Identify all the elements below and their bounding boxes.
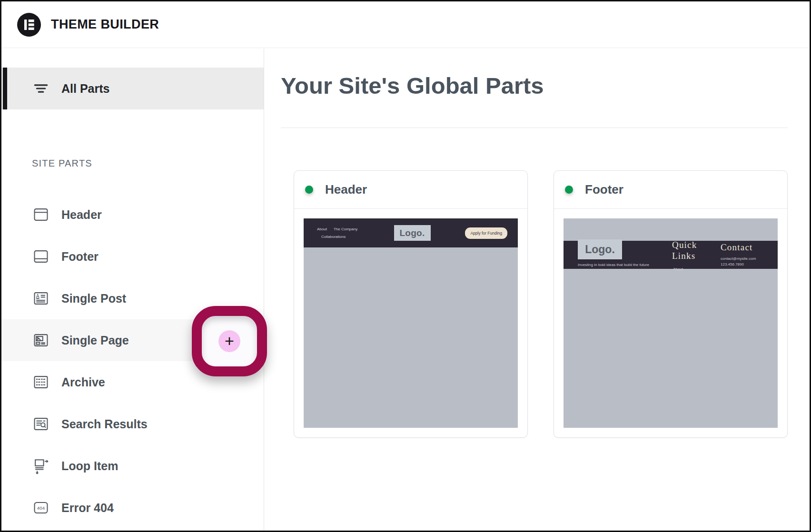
footer-preview-thumbnail[interactable]: Logo. Investing in bold ideas that build… [564, 218, 778, 428]
preview-quick-links-title: Quick Links [672, 240, 715, 262]
status-dot-green [305, 186, 313, 194]
plus-icon: + [225, 333, 234, 349]
all-parts-label: All Parts [61, 82, 109, 96]
preview-nav-links: About The Company Collaborations [317, 226, 394, 240]
archive-icon [32, 373, 50, 391]
global-part-card-footer[interactable]: Footer Logo. Investing in bold ideas tha… [554, 170, 788, 438]
sidebar-item-search-results[interactable]: Search Results [1, 403, 264, 445]
sidebar-item-footer[interactable]: Footer [1, 236, 264, 277]
sidebar-item-error-404[interactable]: 404 Error 404 [1, 487, 264, 529]
header-icon [32, 206, 50, 224]
preview-logo-box: Logo. [578, 239, 622, 259]
theme-builder-window: THEME BUILDER All Parts SITE PARTS [0, 0, 811, 532]
sidebar-item-label: Header [61, 208, 102, 222]
single-post-icon: A [32, 289, 50, 307]
footer-icon [32, 247, 50, 266]
sidebar-item-loop-item[interactable]: Loop Item [1, 445, 264, 487]
preview-contact-title: Contact [721, 242, 753, 253]
page-title: Your Site's Global Parts [281, 72, 544, 99]
sidebar-item-label: Error 404 [61, 501, 114, 515]
sidebar-item-header[interactable]: Header [1, 194, 264, 236]
preview-nav-link: About [317, 226, 327, 233]
preview-footer-band: Logo. Investing in bold ideas that build… [564, 241, 778, 269]
card-title: Footer [585, 182, 623, 197]
loop-item-icon [32, 457, 50, 475]
card-title: Header [325, 182, 367, 197]
svg-text:A: A [36, 294, 40, 299]
preview-quick-link-about: About [673, 267, 683, 271]
add-single-page-button[interactable]: + [218, 330, 240, 352]
preview-navbar: About The Company Collaborations Logo. A… [304, 218, 518, 247]
preview-contact-phone: 123.456.7890 [721, 262, 744, 266]
top-bar: THEME BUILDER [1, 1, 810, 48]
preview-nav-link: Collaborations [321, 235, 346, 239]
sidebar: All Parts SITE PARTS Header [1, 49, 264, 531]
card-header-row: Footer [554, 171, 787, 209]
preview-page-body [304, 247, 518, 428]
single-page-icon [32, 331, 50, 349]
sidebar-item-label: Archive [61, 375, 105, 389]
sidebar-item-label: Single Page [61, 334, 129, 347]
search-results-icon [32, 415, 50, 433]
main-content: Your Site's Global Parts Header About [265, 49, 810, 531]
preview-cta-button: Apply for Funding [465, 227, 507, 239]
card-body: Logo. Investing in bold ideas that build… [554, 209, 787, 437]
card-header-row: Header [294, 171, 527, 209]
sidebar-item-all-parts[interactable]: All Parts [1, 68, 264, 109]
svg-text:404: 404 [37, 505, 45, 511]
card-body: About The Company Collaborations Logo. A… [294, 209, 527, 437]
site-parts-section-label: SITE PARTS [32, 158, 92, 169]
global-parts-cards: Header About The Company Collaboration [294, 170, 788, 438]
error-404-icon: 404 [32, 499, 50, 517]
selected-indicator-bar [3, 68, 7, 109]
annotation-highlight-ring: + [192, 306, 267, 376]
preview-nav-link: The Company [334, 226, 357, 233]
header-preview-thumbnail[interactable]: About The Company Collaborations Logo. A… [304, 218, 518, 428]
preview-contact-email: contact@mysite.com [721, 256, 756, 261]
sidebar-item-label: Search Results [61, 417, 148, 431]
preview-logo-box: Logo. [394, 225, 431, 241]
status-dot-green [565, 186, 573, 194]
sidebar-item-label: Single Post [61, 292, 126, 305]
elementor-logo-icon [17, 13, 41, 37]
app-title: THEME BUILDER [51, 17, 159, 32]
sidebar-item-label: Loop Item [61, 459, 118, 473]
preview-tagline: Investing in bold ideas that build the f… [578, 263, 649, 267]
heading-divider [281, 128, 788, 128]
global-part-card-header[interactable]: Header About The Company Collaboration [294, 170, 528, 438]
sidebar-item-label: Footer [61, 250, 99, 264]
filter-icon [32, 79, 50, 98]
